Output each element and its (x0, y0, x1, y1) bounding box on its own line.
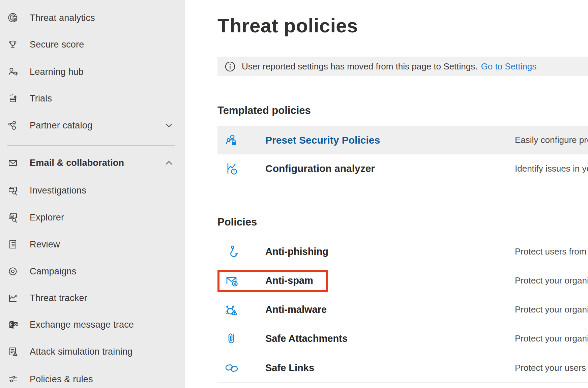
sidebar-item-label: Email & collaboration (30, 158, 124, 168)
sidebar-item-explorer[interactable]: Explorer (0, 208, 185, 227)
policies-heading: Policies (217, 216, 257, 228)
sidebar-item-label: Policies & rules (30, 374, 93, 385)
sidebar-item-label: Exchange message trace (30, 320, 134, 330)
row-description: Identify issues in you (515, 163, 588, 174)
row-description: Protect your organiz (515, 275, 588, 286)
campaigns-icon (7, 265, 19, 277)
sidebar-item-investigations[interactable]: Investigations (0, 181, 185, 200)
row-preset-security-policies[interactable]: Preset Security Policies Easily configur… (217, 126, 588, 154)
sidebar-item-review[interactable]: Review (0, 235, 185, 254)
info-banner: User reported settings has moved from th… (217, 57, 588, 76)
sidebar-item-campaigns[interactable]: Campaigns (0, 262, 185, 281)
row-anti-phishing[interactable]: Anti-phishing Protect users from p (217, 237, 588, 266)
sidebar-item-learning-hub[interactable]: Learning hub (0, 62, 185, 81)
sidebar-item-exchange-message-trace[interactable]: Exchange message trace (0, 315, 185, 334)
sidebar-item-label: Threat analytics (30, 13, 95, 23)
row-description: Protect your users fr (515, 363, 588, 373)
chevron-up-icon[interactable] (164, 158, 174, 168)
row-label-link[interactable]: Preset Security Policies (265, 135, 380, 146)
templated-policies-heading: Templated policies (217, 105, 311, 117)
threat-tracker-icon (7, 292, 19, 304)
row-anti-spam[interactable]: Anti-spam Protect your organiz (217, 266, 588, 295)
sidebar-item-label: Attack simulation training (30, 347, 133, 357)
sidebar-item-label: Investigations (30, 185, 86, 196)
sidebar: Threat analytics Secure score Learning h… (0, 0, 185, 388)
safe-attachments-icon (224, 331, 239, 346)
page-title: Threat policies (217, 14, 358, 37)
safe-links-icon (224, 360, 239, 375)
info-icon (225, 61, 235, 72)
main-content: Threat policies User reported settings h… (185, 0, 588, 388)
attack-simulation-icon (7, 346, 19, 358)
row-safe-attachments[interactable]: Safe Attachments Protect your organiz (217, 324, 588, 353)
sidebar-item-email-collaboration[interactable]: Email & collaboration (0, 153, 185, 172)
sidebar-item-attack-simulation-training[interactable]: Attack simulation training (0, 342, 185, 361)
row-anti-malware[interactable]: Anti-malware Protect your organiz (217, 295, 588, 324)
explorer-icon (7, 211, 19, 223)
sidebar-item-label: Trials (30, 93, 52, 104)
row-label[interactable]: Configuration analyzer (265, 163, 375, 174)
chevron-down-icon[interactable] (164, 120, 174, 130)
row-label[interactable]: Anti-malware (265, 304, 327, 315)
exchange-icon (7, 319, 19, 331)
preset-security-policies-icon (224, 133, 239, 148)
go-to-settings-link[interactable]: Go to Settings (481, 61, 536, 72)
sidebar-divider (7, 145, 175, 146)
sidebar-item-threat-analytics[interactable]: Threat analytics (0, 8, 185, 27)
email-collaboration-icon (7, 157, 19, 169)
row-label[interactable]: Safe Attachments (265, 333, 348, 344)
sidebar-item-secure-score[interactable]: Secure score (0, 35, 185, 54)
sidebar-item-label: Explorer (30, 212, 64, 223)
trials-icon (7, 92, 19, 105)
row-label[interactable]: Anti-phishing (265, 246, 328, 257)
sidebar-item-trials[interactable]: Trials (0, 89, 185, 108)
threat-policies-page: Threat analytics Secure score Learning h… (0, 0, 588, 388)
banner-message: User reported settings has moved from th… (242, 61, 477, 72)
configuration-analyzer-icon (224, 161, 239, 176)
sidebar-item-partner-catalog[interactable]: Partner catalog (0, 116, 185, 135)
sidebar-item-label: Secure score (30, 39, 84, 50)
row-description: Protect users from p (515, 246, 588, 257)
sidebar-item-label: Partner catalog (30, 120, 92, 131)
sidebar-item-label: Learning hub (30, 67, 84, 77)
row-configuration-analyzer[interactable]: Configuration analyzer Identify issues i… (217, 154, 588, 183)
policies-rules-icon (7, 373, 19, 385)
row-label[interactable]: Anti-spam (265, 275, 313, 286)
review-icon (7, 238, 19, 250)
threat-analytics-icon (7, 12, 19, 24)
anti-spam-icon (224, 273, 239, 288)
row-label[interactable]: Safe Links (265, 362, 314, 374)
learning-hub-icon (7, 66, 19, 78)
secure-score-icon (7, 38, 19, 51)
partner-catalog-icon (7, 119, 19, 131)
row-description: Easily configure prot (515, 135, 588, 145)
row-description: Protect your organiz (515, 333, 588, 344)
sidebar-item-label: Review (30, 239, 60, 250)
investigations-icon (7, 184, 19, 197)
row-safe-links[interactable]: Safe Links Protect your users fr (217, 353, 588, 383)
anti-phishing-icon (224, 244, 239, 259)
anti-malware-icon (224, 302, 239, 317)
sidebar-item-label: Threat tracker (30, 293, 87, 303)
sidebar-item-threat-tracker[interactable]: Threat tracker (0, 289, 185, 307)
sidebar-item-policies-rules[interactable]: Policies & rules (0, 370, 185, 388)
row-description: Protect your organiz (515, 304, 588, 315)
sidebar-item-label: Campaigns (30, 266, 76, 277)
